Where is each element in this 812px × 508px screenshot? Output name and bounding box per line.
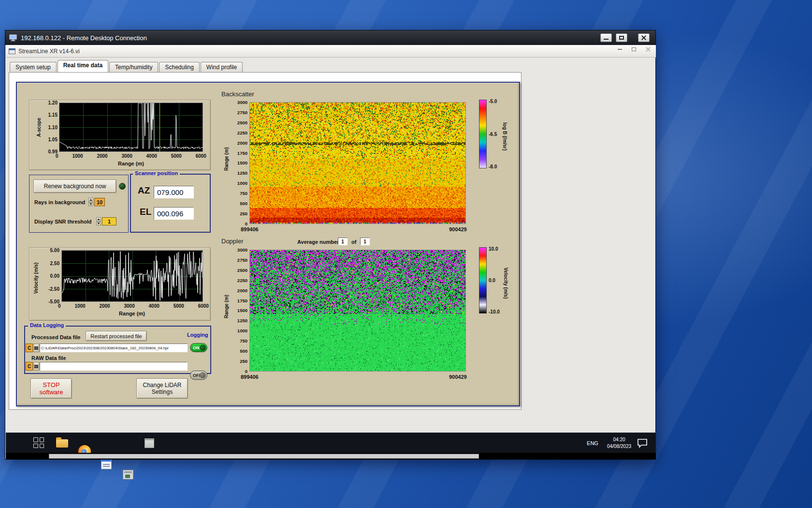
doppler-x-right: 900429 (449, 374, 467, 380)
app-titlebar[interactable]: StreamLine XR v14-6.vi (6, 45, 656, 58)
az-value-field[interactable]: 079.000 (154, 186, 194, 198)
stop-software-button[interactable]: STOP software (30, 378, 72, 399)
raw-browse-icon[interactable] (33, 362, 39, 371)
app-maximize-icon[interactable] (632, 47, 636, 51)
tab-real-time-data[interactable]: Real time data (58, 60, 108, 72)
tick-label: 2000 (97, 153, 107, 159)
scan-scheduler-icon[interactable] (145, 438, 154, 448)
minimized-window-bar[interactable] (49, 454, 479, 459)
average-number-field[interactable]: 1 (338, 238, 348, 245)
tick-label: 3000 (237, 247, 247, 253)
close-button[interactable] (638, 33, 650, 42)
tick-label: 1000 (74, 303, 85, 309)
average-count-field[interactable]: 1 (360, 238, 370, 245)
average-number-label: Average number (297, 239, 339, 245)
raw-data-file-label: RAW Data file (31, 355, 66, 361)
tab-temp-humidity[interactable]: Temp/humidity (109, 62, 158, 72)
tick-label: 4000 (149, 303, 160, 309)
tick-label: 2250 (237, 130, 247, 135)
snr-threshold-label: Display SNR threshold (34, 219, 92, 224)
tick-label: -5.0 (489, 99, 497, 104)
stop-software-line1: STOP (43, 381, 59, 388)
doppler-heatmap (249, 250, 466, 372)
tick-label: 250 (240, 211, 247, 216)
app-icon (9, 48, 15, 54)
tick-label: 1000 (72, 153, 83, 159)
app-close-icon[interactable] (646, 47, 651, 52)
tick-label: 0 (58, 303, 61, 309)
processed-logging-toggle[interactable]: ON (190, 343, 207, 352)
tick-label: 5.00 (50, 248, 59, 253)
app-window-icon[interactable] (123, 470, 133, 479)
language-indicator[interactable]: ENG (585, 435, 600, 451)
tick-label: 10.0 (489, 246, 498, 252)
doppler-heatmap-canvas (250, 250, 465, 371)
tick-label: 6000 (198, 303, 209, 309)
app-minimize-icon[interactable] (618, 49, 622, 50)
backscatter-yticks: 3000275025002250200017501500125010007505… (231, 100, 247, 226)
tick-label: 2750 (237, 257, 247, 263)
tick-label: 5000 (171, 153, 182, 159)
processed-browse-icon[interactable] (33, 344, 39, 352)
restart-processed-file-button[interactable]: Restart processed file (86, 331, 147, 341)
tick-label: 1000 (237, 328, 247, 333)
clock-time: 04:20 (602, 436, 636, 443)
data-logging-title: Data Logging (28, 322, 66, 328)
ascope-yticks: 1.201.151.101.050.99 (44, 100, 58, 154)
tick-label: -8.0 (489, 164, 497, 169)
raw-path-field[interactable] (40, 362, 188, 371)
processed-path-field[interactable]: C:\LiDAR\Data\Proc\2023\202308\20230804\… (40, 344, 188, 352)
rdp-titlebar[interactable]: 192.168.0.122 - Remote Desktop Connectio… (5, 30, 655, 45)
backscatter-x-right: 900429 (449, 226, 467, 232)
tick-label: 0 (56, 153, 58, 159)
app-window-title: StreamLine XR v14-6.vi (18, 48, 80, 55)
raw-toggle-knob (200, 372, 206, 378)
maximize-button[interactable] (616, 33, 627, 42)
notification-icon[interactable] (637, 438, 648, 448)
clock-date: 04/08/2023 (602, 443, 636, 450)
tab-wind-profile[interactable]: Wind profile (201, 62, 243, 72)
tick-label: 0 (245, 369, 247, 374)
snr-value-field[interactable]: 1 (102, 217, 116, 225)
renew-background-button[interactable]: Renew background now (33, 179, 116, 193)
processed-data-file-label: Processed Data file (31, 334, 81, 340)
backscatter-colorbar-label: log B (/m/sr) (502, 109, 508, 164)
scanner-position-group (130, 174, 211, 233)
ascope-plot-canvas (59, 103, 203, 151)
file-explorer-icon[interactable] (56, 439, 68, 448)
tick-label: 2000 (99, 303, 110, 309)
rays-value-field[interactable]: 10 (94, 198, 105, 206)
doppler-colorbar-label: Velocity (m/s) (503, 256, 508, 310)
velocity-plot (61, 250, 203, 302)
rdp-window-title: 192.168.0.122 - Remote Desktop Connectio… (21, 34, 147, 42)
taskbar: ENG 04:20 04/08/2023 (6, 433, 656, 453)
change-lidar-settings-button[interactable]: Change LiDAR Settings (136, 378, 188, 399)
tab-scheduling[interactable]: Scheduling (159, 62, 199, 72)
tick-label: 2500 (237, 268, 247, 273)
ascope-plot (59, 103, 203, 152)
doppler-ylabel: Range (m) (224, 287, 229, 326)
task-view-icon[interactable] (33, 437, 44, 448)
minimize-button[interactable] (600, 33, 612, 42)
processed-drive-selector[interactable]: C (26, 344, 33, 352)
tick-label: 500 (240, 348, 247, 354)
tab-system-setup[interactable]: System setup (10, 62, 57, 72)
tick-label: 3000 (122, 153, 132, 159)
az-label: AZ (138, 185, 150, 196)
snr-stepper[interactable] (96, 217, 101, 225)
taskbar-clock[interactable]: 04:20 04/08/2023 (602, 436, 636, 450)
change-settings-line2: Settings (152, 388, 173, 395)
tick-label: -6.5 (489, 132, 497, 137)
tick-label: 2.50 (50, 261, 59, 266)
ascope-xticks: 0100020003000400050006000 (56, 153, 206, 159)
raw-logging-toggle[interactable]: OFF (190, 371, 207, 380)
document-app-icon[interactable] (101, 459, 112, 469)
backscatter-heatmap (249, 102, 466, 224)
el-value-field[interactable]: 000.096 (154, 207, 194, 220)
rays-stepper[interactable] (88, 198, 93, 206)
tick-label: 3000 (237, 100, 247, 105)
of-label: of (351, 239, 356, 245)
tick-label: 1750 (237, 298, 247, 303)
raw-drive-selector[interactable]: C (26, 362, 33, 371)
logging-label: Logging (187, 332, 208, 338)
